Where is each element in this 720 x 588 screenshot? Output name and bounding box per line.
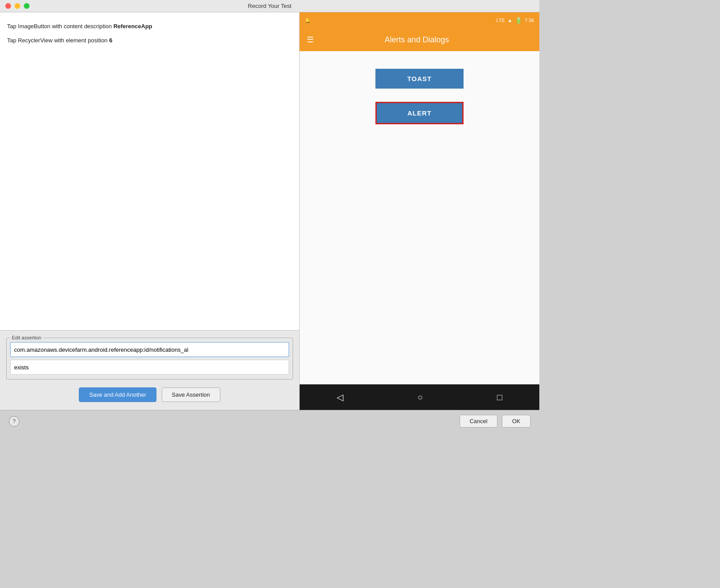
device-screen: 🔔 LTE ▲ 🔋 7:36 ☰ Alerts and Dialogs TOAS… <box>300 12 539 410</box>
android-nav-bar: ◁ ○ □ <box>300 384 539 410</box>
clock: 7:36 <box>525 18 534 23</box>
step-item: Tap RecyclerView with element position 6 <box>7 33 292 48</box>
title-bar: Record Your Test <box>0 0 539 12</box>
maximize-button[interactable] <box>24 3 30 9</box>
help-button[interactable]: ? <box>9 416 19 427</box>
step-2-bold: 6 <box>109 37 112 44</box>
minimize-button[interactable] <box>15 3 20 9</box>
android-content: TOAST ALERT <box>300 51 539 384</box>
status-left: 🔔 <box>305 18 311 23</box>
window-controls <box>5 3 30 9</box>
notification-icon: 🔔 <box>305 18 311 23</box>
assertion-fieldset: Edit assertion exists does not exist con… <box>6 335 293 380</box>
step-1-bold: ReferenceApp <box>113 23 152 30</box>
edit-assertion-panel: Edit assertion exists does not exist con… <box>0 331 299 410</box>
bottom-right-buttons: Cancel OK <box>460 415 531 428</box>
main-content: Tap ImageButton with content description… <box>0 12 539 410</box>
save-and-add-button[interactable]: Save and Add Another <box>79 387 156 402</box>
toolbar-title: Alerts and Dialogs <box>323 35 511 45</box>
assertion-id-input[interactable] <box>10 342 289 357</box>
assertion-condition-select[interactable]: exists does not exist contains text equa… <box>10 360 289 375</box>
window-title: Record Your Test <box>248 3 292 9</box>
step-1-prefix: Tap ImageButton with content description <box>7 23 113 30</box>
battery-icon: 🔋 <box>515 17 522 24</box>
close-button[interactable] <box>5 3 11 9</box>
right-panel: 🔔 LTE ▲ 🔋 7:36 ☰ Alerts and Dialogs TOAS… <box>300 12 539 410</box>
assertion-buttons: Save and Add Another Save Assertion <box>6 383 293 404</box>
signal-icon: ▲ <box>508 18 512 23</box>
steps-area: Tap ImageButton with content description… <box>0 12 299 331</box>
android-status-bar: 🔔 LTE ▲ 🔋 7:36 <box>300 12 539 28</box>
back-nav-button[interactable]: ◁ <box>333 388 347 406</box>
cancel-button[interactable]: Cancel <box>460 415 497 428</box>
step-2-prefix: Tap RecyclerView with element position <box>7 37 109 44</box>
recents-nav-button[interactable]: □ <box>494 389 506 406</box>
bottom-bar: ? Cancel OK <box>0 410 539 432</box>
ok-button[interactable]: OK <box>502 415 531 428</box>
lte-indicator: LTE <box>496 18 505 23</box>
left-panel: Tap ImageButton with content description… <box>0 12 300 410</box>
hamburger-icon[interactable]: ☰ <box>307 36 314 44</box>
step-item: Tap ImageButton with content description… <box>7 19 292 33</box>
toast-button[interactable]: TOAST <box>375 69 464 89</box>
android-toolbar: ☰ Alerts and Dialogs <box>300 28 539 51</box>
save-assertion-button[interactable]: Save Assertion <box>162 387 220 402</box>
status-right: LTE ▲ 🔋 7:36 <box>496 17 534 24</box>
home-nav-button[interactable]: ○ <box>414 389 426 406</box>
assertion-legend: Edit assertion <box>10 335 43 340</box>
alert-button[interactable]: ALERT <box>375 102 464 124</box>
